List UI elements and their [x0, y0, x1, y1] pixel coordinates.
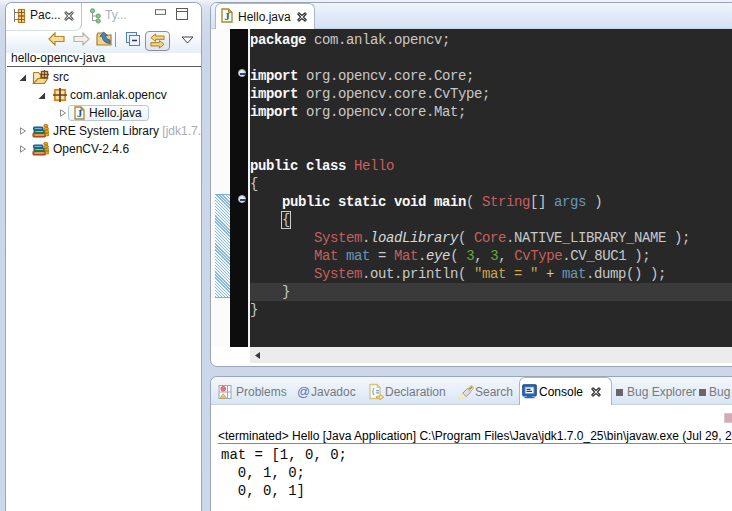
svg-text:J: J: [77, 107, 83, 119]
svg-text:J: J: [224, 10, 230, 22]
